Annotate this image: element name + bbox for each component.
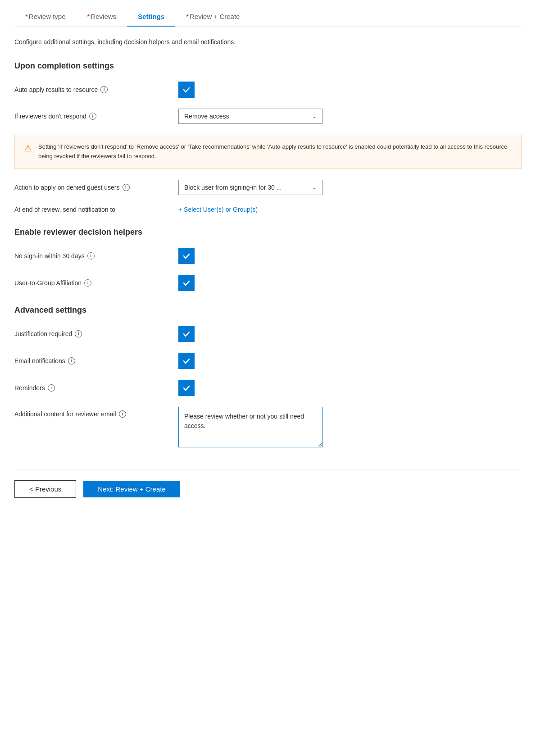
reminders-label: Reminders i (14, 384, 168, 392)
reminders-checkbox[interactable] (178, 380, 195, 396)
tab-review-type[interactable]: *Review type (14, 7, 77, 27)
auto-apply-info-icon[interactable]: i (100, 86, 108, 93)
required-star: * (186, 13, 189, 20)
affiliation-checkbox[interactable] (178, 275, 195, 291)
advanced-settings-heading: Advanced settings (14, 305, 522, 315)
no-signin-label: No sign-in within 30 days i (14, 252, 168, 260)
completion-section-heading: Upon completion settings (14, 61, 522, 71)
decision-helpers-heading: Enable reviewer decision helpers (14, 228, 522, 237)
justification-info-icon[interactable]: i (75, 330, 82, 337)
action-denied-info-icon[interactable]: i (123, 184, 130, 191)
no-signin-checkbox[interactable] (178, 248, 195, 264)
warning-box: ⚠ Setting 'If reviewers don't respond' t… (14, 135, 522, 169)
email-notifications-label: Email notifications i (14, 357, 168, 364)
no-signin-info-icon[interactable]: i (87, 252, 95, 260)
affiliation-info-icon[interactable]: i (84, 279, 91, 287)
tab-review-create[interactable]: *Review + Create (175, 7, 250, 27)
action-denied-dropdown[interactable]: Block user from signing-in for 30 ... ⌄ (178, 180, 323, 195)
justification-row: Justification required i (14, 326, 522, 342)
reminders-info-icon[interactable]: i (48, 384, 55, 392)
warning-icon: ⚠ (24, 143, 32, 154)
email-notifications-checkbox[interactable] (178, 353, 195, 369)
reminders-row: Reminders i (14, 380, 522, 396)
action-denied-label: Action to apply on denied guest users i (14, 184, 168, 191)
no-signin-row: No sign-in within 30 days i (14, 248, 522, 264)
affiliation-label: User-to-Group Affiliation i (14, 279, 168, 287)
if-reviewers-dropdown[interactable]: Remove access ⌄ (178, 109, 323, 124)
justification-checkbox[interactable] (178, 326, 195, 342)
previous-button[interactable]: < Previous (14, 480, 76, 498)
if-reviewers-chevron-icon: ⌄ (312, 113, 317, 119)
email-notifications-info-icon[interactable]: i (68, 357, 75, 364)
page-description: Configure additional settings, including… (14, 37, 522, 47)
additional-content-row: Additional content for reviewer email i … (14, 407, 522, 447)
auto-apply-row: Auto apply results to resource i (14, 82, 522, 98)
next-button[interactable]: Next: Review + Create (83, 481, 180, 497)
footer-bar: < Previous Next: Review + Create (14, 469, 522, 498)
warning-text: Setting 'If reviewers don't respond' to … (38, 142, 512, 161)
if-reviewers-info-icon[interactable]: i (89, 113, 96, 120)
if-reviewers-row: If reviewers don't respond i Remove acce… (14, 109, 522, 124)
affiliation-row: User-to-Group Affiliation i (14, 275, 522, 291)
wizard-tabs: *Review type *Reviews Settings *Review +… (14, 0, 522, 27)
required-star: * (87, 13, 90, 20)
action-denied-chevron-icon: ⌄ (312, 184, 317, 191)
tab-reviews[interactable]: *Reviews (77, 7, 127, 27)
additional-content-info-icon[interactable]: i (119, 410, 126, 418)
auto-apply-label: Auto apply results to resource i (14, 86, 168, 93)
notification-label: At end of review, send notification to (14, 206, 168, 213)
notification-row: At end of review, send notification to +… (14, 206, 522, 213)
required-star: * (25, 13, 28, 20)
if-reviewers-label: If reviewers don't respond i (14, 113, 168, 120)
additional-content-textarea[interactable]: Please review whether or not you still n… (178, 407, 323, 447)
action-denied-row: Action to apply on denied guest users i … (14, 180, 522, 195)
select-users-groups-link[interactable]: + Select User(s) or Group(s) (178, 206, 258, 213)
additional-content-label: Additional content for reviewer email i (14, 407, 168, 418)
email-notifications-row: Email notifications i (14, 353, 522, 369)
justification-label: Justification required i (14, 330, 168, 337)
tab-settings[interactable]: Settings (127, 7, 175, 27)
auto-apply-checkbox[interactable] (178, 82, 195, 98)
